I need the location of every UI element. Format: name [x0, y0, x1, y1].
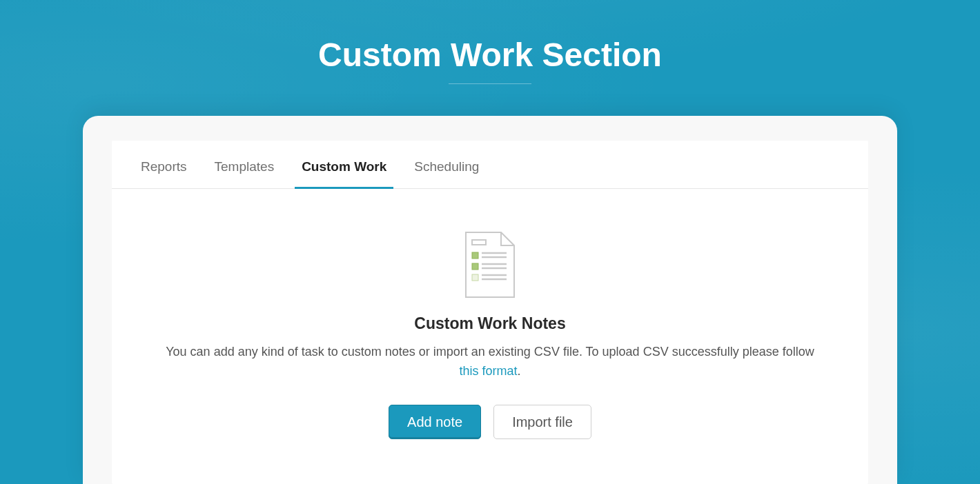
format-link[interactable]: this format [459, 364, 517, 378]
content-card: Reports Templates Custom Work Scheduling [83, 116, 897, 484]
page-title: Custom Work Section [0, 0, 980, 74]
content-panel: Reports Templates Custom Work Scheduling [112, 141, 868, 484]
tab-custom-work[interactable]: Custom Work [302, 159, 386, 188]
action-buttons: Add note Import file [112, 405, 868, 439]
svg-rect-2 [472, 252, 478, 259]
svg-rect-5 [472, 263, 478, 270]
tab-scheduling[interactable]: Scheduling [414, 159, 479, 188]
empty-state-title: Custom Work Notes [112, 314, 868, 333]
tab-templates[interactable]: Templates [215, 159, 275, 188]
document-checklist-icon [465, 232, 515, 298]
tabs: Reports Templates Custom Work Scheduling [112, 141, 868, 189]
empty-desc-before: You can add any kind of task to custom n… [166, 345, 814, 359]
tab-reports[interactable]: Reports [141, 159, 187, 188]
add-note-button[interactable]: Add note [389, 405, 481, 439]
title-underline [449, 83, 531, 84]
import-file-button[interactable]: Import file [493, 405, 591, 439]
empty-desc-after: . [518, 364, 521, 378]
empty-state-description: You can add any kind of task to custom n… [166, 343, 814, 381]
empty-state: Custom Work Notes You can add any kind o… [112, 189, 868, 439]
svg-rect-8 [472, 274, 478, 281]
